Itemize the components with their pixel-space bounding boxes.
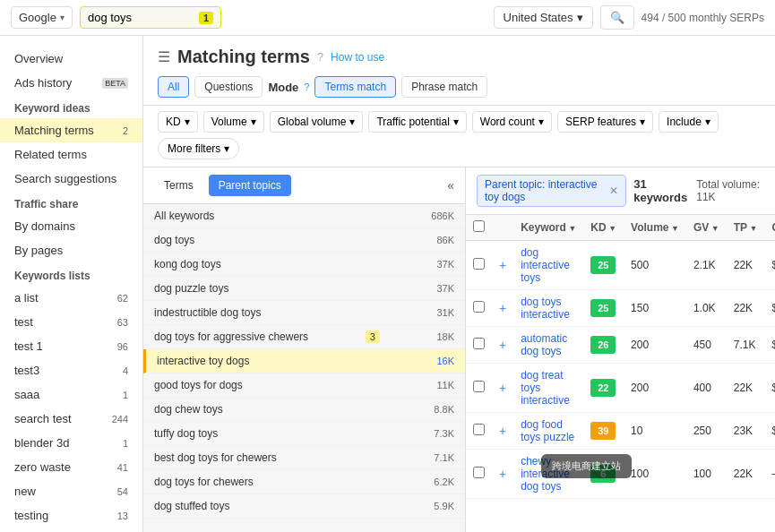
- kw-label: dog toys: [154, 234, 194, 246]
- filter-questions-btn[interactable]: Questions: [194, 76, 263, 98]
- include-dropdown[interactable]: Include ▾: [659, 111, 719, 133]
- row-checkbox[interactable]: [473, 301, 485, 313]
- select-all-checkbox[interactable]: [473, 220, 485, 232]
- kw-item[interactable]: interactive toy dogs16K: [143, 349, 465, 373]
- tag-close-icon[interactable]: ✕: [609, 184, 618, 197]
- add-keyword-btn[interactable]: +: [499, 338, 506, 352]
- by-pages-label: By pages: [14, 244, 63, 257]
- sidebar-kw-zero-waste[interactable]: zero waste41: [0, 455, 142, 479]
- keyword-link[interactable]: dog treat toys interactive: [521, 369, 570, 407]
- filter-all-btn[interactable]: All: [158, 76, 189, 98]
- search-suggestions-label: Search suggestions: [14, 172, 116, 185]
- sidebar-kw-blender-3d[interactable]: blender 3d1: [0, 431, 142, 455]
- word-count-dropdown[interactable]: Word count ▾: [472, 111, 552, 133]
- row-volume-cell: 10: [624, 413, 686, 450]
- kw-label: indestructible dog toys: [154, 306, 261, 319]
- th-kd[interactable]: KD: [583, 215, 624, 241]
- left-panel: Terms Parent topics « All keywords686Kdo…: [143, 167, 466, 532]
- kw-item[interactable]: dog stuffed toys5.9K: [143, 494, 465, 519]
- tab-terms[interactable]: Terms: [154, 175, 203, 196]
- kw-item[interactable]: tuffy dog toys7.3K: [143, 422, 465, 446]
- serp-features-dropdown[interactable]: SERP features ▾: [557, 111, 653, 133]
- row-volume-cell: 200: [624, 327, 686, 364]
- kw-item[interactable]: kong dog toys37K: [143, 253, 465, 277]
- sidebar-kw-a-list[interactable]: a list62: [0, 286, 142, 310]
- th-cpc[interactable]: CPC: [764, 215, 775, 241]
- traffic-potential-dropdown[interactable]: Traffic potential ▾: [368, 111, 466, 133]
- engine-select[interactable]: Google ▾: [11, 6, 73, 29]
- content-header: ☰ Matching terms ? How to use All Questi…: [143, 36, 775, 106]
- kw-item[interactable]: All keywords686K: [143, 204, 465, 228]
- add-keyword-btn[interactable]: +: [499, 381, 506, 395]
- th-checkbox: [466, 215, 492, 241]
- sidebar-kw-search-test[interactable]: search test244: [0, 407, 142, 431]
- row-checkbox[interactable]: [473, 381, 485, 392]
- keyword-link[interactable]: automatic dog toys: [521, 332, 567, 357]
- sidebar-kw-Solar[interactable]: Solar400: [0, 528, 142, 532]
- sidebar-item-matching-terms[interactable]: Matching terms 2: [0, 118, 142, 142]
- add-keyword-btn[interactable]: +: [499, 424, 506, 438]
- row-keyword-cell: dog toys interactive: [513, 290, 583, 327]
- search-button[interactable]: 🔍: [600, 5, 634, 30]
- tp-chevron-icon: ▾: [453, 116, 459, 128]
- search-input[interactable]: [88, 11, 195, 24]
- sidebar-item-by-pages[interactable]: By pages: [0, 238, 142, 262]
- kw-label: interactive toy dogs: [157, 355, 249, 367]
- kw-list-label: test3: [14, 364, 39, 377]
- row-kd-cell: 39: [583, 413, 624, 450]
- kw-label: dog toys for chewers: [154, 476, 254, 488]
- kw-item[interactable]: dog puzzle toys37K: [143, 277, 465, 301]
- keyword-link[interactable]: dog toys interactive: [521, 296, 570, 321]
- kw-item[interactable]: dog toys86K: [143, 228, 465, 253]
- country-select[interactable]: United States ▾: [494, 6, 593, 29]
- th-volume[interactable]: Volume: [624, 215, 686, 241]
- terms-match-btn[interactable]: Terms match: [314, 76, 396, 98]
- row-tp-cell: 22K: [727, 364, 765, 413]
- how-to-use-link[interactable]: How to use: [331, 51, 384, 64]
- add-keyword-btn[interactable]: +: [499, 467, 506, 481]
- keyword-link[interactable]: dog interactive toys: [521, 246, 570, 284]
- sidebar-kw-saaa[interactable]: saaa1: [0, 382, 142, 407]
- sidebar-kw-testing[interactable]: testing13: [0, 503, 142, 528]
- more-filters-btn[interactable]: More filters ▾: [158, 138, 239, 159]
- add-keyword-btn[interactable]: +: [499, 301, 506, 315]
- total-volume: Total volume: 11K: [696, 178, 764, 203]
- collapse-icon[interactable]: «: [447, 178, 454, 193]
- sidebar-item-search-suggestions[interactable]: Search suggestions: [0, 167, 142, 191]
- hamburger-icon[interactable]: ☰: [158, 48, 170, 65]
- kw-item[interactable]: dog toys for chewers6.2K: [143, 470, 465, 494]
- sidebar-kw-test[interactable]: test63: [0, 310, 142, 334]
- th-tp[interactable]: TP: [727, 215, 765, 241]
- row-checkbox[interactable]: [473, 424, 485, 435]
- sidebar-item-overview[interactable]: Overview: [0, 47, 142, 71]
- row-checkbox[interactable]: [473, 467, 485, 478]
- sidebar-item-related-terms[interactable]: Related terms: [0, 142, 142, 167]
- sidebar-kw-new[interactable]: new54: [0, 479, 142, 503]
- add-keyword-btn[interactable]: +: [499, 258, 506, 272]
- sf-chevron-icon: ▾: [640, 116, 645, 128]
- sidebar-item-ads-history[interactable]: Ads history BETA: [0, 71, 142, 95]
- keyword-link[interactable]: dog food toys puzzle: [521, 418, 574, 443]
- kw-label: kong dog toys: [154, 258, 221, 270]
- kw-list-label: zero waste: [14, 460, 71, 474]
- main-layout: Overview Ads history BETA Keyword ideas …: [0, 36, 775, 532]
- mode-help-icon[interactable]: ?: [304, 82, 309, 92]
- sidebar-kw-test3[interactable]: test34: [0, 358, 142, 382]
- kw-item[interactable]: dog toys for aggressive chewers318K: [143, 325, 465, 349]
- th-gv[interactable]: GV: [686, 215, 727, 241]
- row-checkbox[interactable]: [473, 338, 485, 349]
- kw-item[interactable]: dog chew toys8.8K: [143, 398, 465, 422]
- row-checkbox[interactable]: [473, 258, 485, 270]
- phrase-match-btn[interactable]: Phrase match: [401, 76, 487, 98]
- kw-item[interactable]: best dog toys for chewers7.1K: [143, 446, 465, 470]
- kd-dropdown[interactable]: KD ▾: [158, 111, 198, 133]
- sidebar-kw-test-1[interactable]: test 196: [0, 334, 142, 358]
- tab-parent-topics[interactable]: Parent topics: [209, 175, 291, 196]
- kw-item[interactable]: good toys for dogs11K: [143, 373, 465, 398]
- sidebar-item-by-domains[interactable]: By domains: [0, 214, 142, 238]
- global-volume-dropdown[interactable]: Global volume ▾: [270, 111, 364, 133]
- parent-topic-tag[interactable]: Parent topic: interactive toy dogs ✕: [477, 175, 626, 207]
- volume-dropdown[interactable]: Volume ▾: [203, 111, 264, 133]
- th-keyword[interactable]: Keyword: [513, 215, 583, 241]
- kw-item[interactable]: indestructible dog toys31K: [143, 301, 465, 325]
